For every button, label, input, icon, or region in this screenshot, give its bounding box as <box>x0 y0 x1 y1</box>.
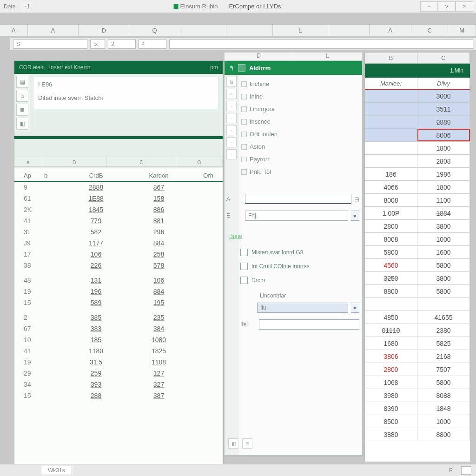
grid-row[interactable]: 39808088 <box>365 389 470 402</box>
grid-row[interactable]: 40661800 <box>365 181 470 194</box>
col-header-A[interactable]: A <box>0 25 28 36</box>
mid-ico-3[interactable]: · <box>226 101 237 111</box>
name-box[interactable]: S <box>13 40 87 49</box>
mid-ico-1[interactable]: la <box>226 77 237 87</box>
field-A-input[interactable] <box>245 194 351 204</box>
grid-row[interactable]: 2880 <box>365 116 470 129</box>
grid-row[interactable]: 3511 <box>365 103 470 116</box>
grid-row[interactable]: 45605800 <box>365 259 470 272</box>
dropdown-arrow-icon[interactable]: ▾ <box>351 303 359 313</box>
mid-ico-6[interactable]: · <box>226 137 237 147</box>
table-row[interactable]: 1931.51108 <box>14 357 223 368</box>
mid-list-item[interactable]: Ortt inulen <box>240 128 359 140</box>
grid-row[interactable]: 80081100 <box>365 194 470 207</box>
sidebar-icon-4[interactable]: ◧ <box>16 118 28 130</box>
grid-row[interactable]: 32503800 <box>365 272 470 285</box>
mid-sub-field2-input[interactable] <box>259 319 359 330</box>
table-row[interactable]: J91177884 <box>14 238 223 249</box>
col-header-A[interactable]: A <box>370 25 411 36</box>
grid-row[interactable]: 1861986 <box>365 168 470 181</box>
table-row[interactable]: 92888867 <box>14 182 223 193</box>
field-F-dropdown-icon[interactable]: ▾ <box>351 211 359 221</box>
grid-row[interactable]: 83901848 <box>365 402 470 415</box>
grid-row[interactable]: 2808 <box>365 155 470 168</box>
table-row[interactable]: 4111801825 <box>14 345 223 357</box>
fx-slot-1[interactable]: fx <box>90 40 105 49</box>
mid-ico-7[interactable]: · <box>226 149 237 159</box>
grid-row[interactable]: 10685800 <box>365 376 470 389</box>
mid-list-item[interactable]: Asten <box>240 140 359 153</box>
col-header-L[interactable]: L <box>273 25 328 36</box>
left-tab-2[interactable]: Insert ext Knerrn <box>49 64 91 71</box>
fx-slot-3[interactable]: 4 <box>139 40 166 49</box>
grid-row[interactable]: 88005800 <box>365 285 470 298</box>
right-col-C[interactable]: C <box>417 53 470 63</box>
checkbox-icon[interactable] <box>240 249 248 256</box>
left-tab-1[interactable]: COR eieir <box>19 64 44 71</box>
table-row[interactable]: 101851080 <box>14 334 223 345</box>
left-mini-col-C[interactable]: C <box>107 157 176 166</box>
fx-slot-2[interactable]: 2 <box>108 40 136 49</box>
mid-option-2[interactable]: Int Crulil COlme Innrrss <box>240 263 359 270</box>
grid-row[interactable]: 38062168 <box>365 350 470 363</box>
grid-row[interactable]: 8006 <box>365 129 470 142</box>
checkbox-icon[interactable] <box>240 277 248 284</box>
table-row[interactable]: 17106258 <box>14 249 223 260</box>
table-row[interactable] <box>14 271 223 275</box>
col-header-Q[interactable]: Q <box>129 25 180 36</box>
grid-row[interactable]: 1800 <box>365 142 470 155</box>
mid-list-item[interactable]: Inine <box>240 90 359 103</box>
mid-list-item[interactable]: Pnlu Tol <box>240 165 359 178</box>
col-header-blank[interactable] <box>180 25 226 36</box>
table-row[interactable]: 48131106 <box>14 275 223 286</box>
col-header-blank[interactable] <box>328 25 370 36</box>
table-row[interactable] <box>14 308 223 312</box>
sheet-tab[interactable]: Wk31s <box>41 466 72 475</box>
checkbox-icon[interactable] <box>240 263 248 270</box>
mid-list-item[interactable]: Inscnce <box>240 115 359 128</box>
mid-ico-5[interactable]: · <box>226 125 237 135</box>
table-row[interactable]: 41779881 <box>14 215 223 226</box>
mid-list-item[interactable]: Payrorr <box>240 153 359 165</box>
mid-bottom-icon-1[interactable]: ◧ <box>228 438 238 449</box>
mid-option-3[interactable]: Drom <box>240 277 359 284</box>
table-row[interactable]: 2385235 <box>14 312 223 323</box>
table-row[interactable]: 3t582296 <box>14 226 223 238</box>
left-mini-col-B[interactable]: B <box>42 157 107 166</box>
status-box[interactable] <box>461 466 471 475</box>
grid-row[interactable]: 28007507 <box>365 363 470 376</box>
left-mini-col-a[interactable]: a <box>14 157 42 166</box>
mid-ico-4[interactable]: · <box>226 113 237 123</box>
col-header-D[interactable]: D <box>79 25 129 36</box>
grid-row[interactable]: 3000 <box>365 90 470 103</box>
table-row[interactable]: 2K1845886 <box>14 204 223 215</box>
mid-sub-dropdown[interactable]: Ilu <box>257 303 348 313</box>
mid-list-item[interactable]: Lincrgora <box>240 103 359 115</box>
grid-row[interactable]: 80081000 <box>365 233 470 246</box>
table-row[interactable]: 29259127 <box>14 368 223 379</box>
field-F-input[interactable]: Fhj. <box>245 211 348 221</box>
minimize-button[interactable]: − <box>420 1 438 12</box>
table-row[interactable]: 67383384 <box>14 323 223 334</box>
sidebar-icon-2[interactable]: ⌂ <box>16 90 28 102</box>
mid-col-L[interactable]: L <box>293 53 362 60</box>
col-header-A[interactable]: A <box>28 25 79 36</box>
col-header-blank[interactable] <box>226 25 272 36</box>
right-col-B[interactable]: B <box>365 53 417 63</box>
table-row[interactable]: 19196884 <box>14 286 223 297</box>
left-mini-col-O[interactable]: O <box>176 157 223 166</box>
mid-list-item[interactable]: Inchine <box>240 78 359 90</box>
grid-row[interactable]: 1.00P1884 <box>365 207 470 220</box>
table-row[interactable]: 34393327 <box>14 379 223 390</box>
grid-row[interactable]: 011102380 <box>365 324 470 337</box>
mid-option-1[interactable]: Misten svar fonrd G8 <box>240 249 359 256</box>
table-row[interactable]: 15288387 <box>14 390 223 401</box>
maximize-button[interactable]: v <box>438 1 456 12</box>
sidebar-icon-3[interactable]: ≣ <box>16 104 28 116</box>
grid-row[interactable]: 38808800 <box>365 428 470 441</box>
table-row[interactable]: 15589195 <box>14 297 223 308</box>
left-tab-3[interactable]: pm <box>210 64 218 71</box>
table-row[interactable]: 611E88158 <box>14 193 223 204</box>
mid-ico-2[interactable]: ≡ <box>226 89 237 99</box>
grid-row[interactable]: 485041655 <box>365 311 470 324</box>
